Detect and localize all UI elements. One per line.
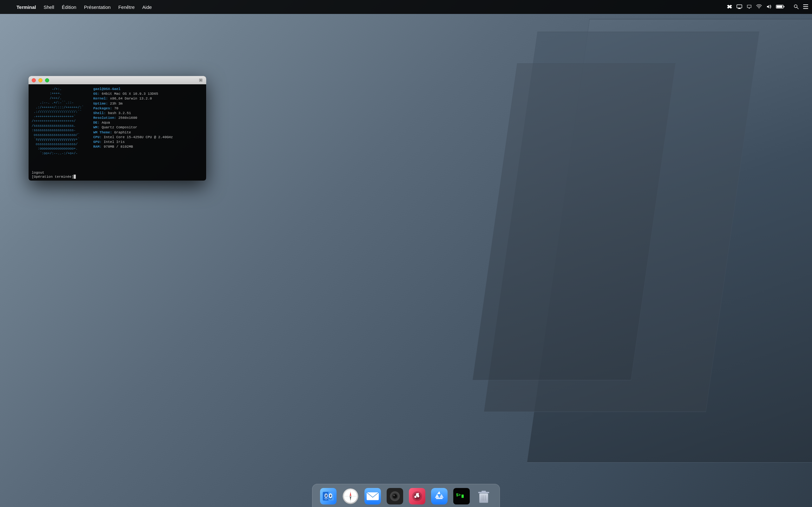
svg-rect-8 bbox=[803, 4, 808, 5]
menubar-right bbox=[727, 4, 808, 10]
svg-point-36 bbox=[414, 496, 416, 498]
dock-item-terminal[interactable]: $> bbox=[452, 487, 471, 506]
airplay-icon[interactable] bbox=[747, 4, 752, 10]
volume-icon[interactable] bbox=[766, 4, 771, 10]
svg-rect-42 bbox=[461, 495, 464, 498]
ascii-art: -/+:. :++++. /+++/. .:--. .+/:-``.::- .:… bbox=[32, 87, 92, 178]
dropbox-icon[interactable] bbox=[727, 4, 732, 10]
svg-point-16 bbox=[325, 495, 326, 496]
svg-point-18 bbox=[329, 495, 331, 497]
menubar-shell[interactable]: Shell bbox=[40, 3, 57, 11]
svg-text:$>: $> bbox=[456, 493, 461, 498]
expand-icon[interactable] bbox=[199, 78, 203, 82]
logout-line: logout bbox=[32, 171, 203, 175]
svg-rect-4 bbox=[784, 6, 785, 7]
menubar-terminal[interactable]: Terminal bbox=[13, 3, 39, 11]
dock-item-mail[interactable] bbox=[363, 487, 382, 506]
svg-rect-0 bbox=[737, 5, 742, 8]
battery-icon[interactable] bbox=[776, 4, 785, 10]
svg-point-15 bbox=[325, 495, 327, 497]
dock: $> bbox=[312, 484, 500, 507]
search-icon[interactable] bbox=[794, 4, 799, 10]
svg-point-19 bbox=[330, 495, 331, 496]
svg-line-7 bbox=[797, 7, 798, 9]
terminal-titlebar bbox=[29, 76, 206, 84]
svg-rect-38 bbox=[431, 488, 448, 504]
dock-item-safari[interactable] bbox=[341, 487, 360, 506]
svg-point-37 bbox=[417, 495, 419, 498]
svg-rect-48 bbox=[481, 491, 486, 492]
display-icon[interactable] bbox=[737, 4, 742, 10]
menubar-edition[interactable]: Édition bbox=[59, 3, 80, 11]
dock-item-itunes[interactable] bbox=[408, 487, 426, 506]
terminal-footer: logout [Opération terminée] bbox=[29, 171, 206, 181]
wifi-icon[interactable] bbox=[756, 4, 762, 10]
menubar-presentation[interactable]: Présentation bbox=[81, 3, 114, 11]
dock-item-appstore[interactable] bbox=[430, 487, 449, 506]
svg-point-31 bbox=[393, 494, 397, 498]
menubar-fenetre[interactable]: Fenêtre bbox=[115, 3, 138, 11]
svg-rect-9 bbox=[803, 6, 808, 7]
apple-menu[interactable] bbox=[4, 6, 10, 8]
terminal-window[interactable]: -/+:. :++++. /+++/. .:--. .+/:-``.::- .:… bbox=[29, 76, 206, 181]
terminal-content: -/+:. :++++. /+++/. .:--. .+/:-``.::- .:… bbox=[29, 84, 206, 181]
svg-point-32 bbox=[393, 495, 395, 496]
menubar: Terminal Shell Édition Présentation Fenê… bbox=[0, 0, 812, 14]
svg-rect-1 bbox=[739, 8, 740, 9]
dock-item-trash[interactable] bbox=[474, 487, 493, 506]
dock-item-finder[interactable] bbox=[319, 487, 338, 506]
minimize-button[interactable] bbox=[38, 78, 43, 82]
menubar-aide[interactable]: Aide bbox=[139, 3, 155, 11]
maximize-button[interactable] bbox=[45, 78, 49, 82]
operation-line: [Opération terminée] bbox=[32, 175, 203, 179]
dock-item-camera[interactable] bbox=[386, 487, 404, 506]
cursor bbox=[73, 175, 76, 179]
close-button[interactable] bbox=[32, 78, 36, 82]
hamburger-menu-icon[interactable] bbox=[803, 4, 808, 10]
svg-rect-39 bbox=[436, 498, 443, 499]
svg-rect-5 bbox=[777, 5, 782, 8]
system-info: gael@OSX-Gael OS: 64bit Mac OS X 10.9.3 … bbox=[92, 87, 173, 178]
svg-rect-10 bbox=[803, 8, 808, 9]
menubar-left: Terminal Shell Édition Présentation Fenê… bbox=[4, 3, 155, 11]
